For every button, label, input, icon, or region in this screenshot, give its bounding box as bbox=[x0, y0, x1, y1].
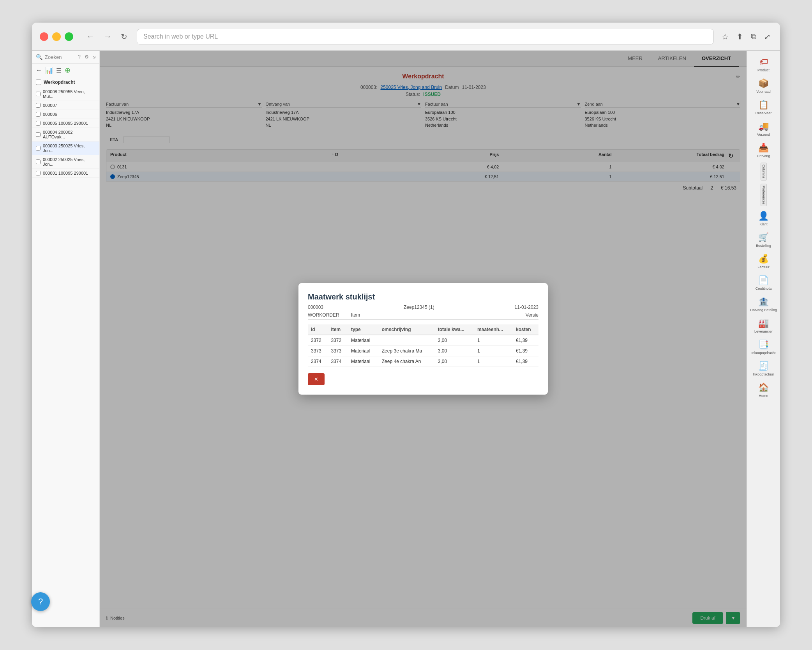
reload-button[interactable]: ↻ bbox=[118, 30, 131, 43]
sidebar-item-creditnota[interactable]: 📄 Creditnota bbox=[747, 272, 780, 294]
sidebar-item-leverancier[interactable]: 🏭 Leverancier bbox=[747, 315, 780, 337]
preferences-toggle[interactable]: Preferences bbox=[747, 182, 780, 208]
sidebar-item-klant[interactable]: 👤 Klant bbox=[747, 208, 780, 229]
item-checkbox[interactable] bbox=[36, 171, 41, 175]
chart-icon[interactable]: 📊 bbox=[45, 67, 53, 74]
version-label: Versie bbox=[526, 312, 538, 318]
modal-labels: WORKORDER Item Versie bbox=[308, 312, 538, 320]
sidebar-label-factuur: Factuur bbox=[757, 265, 770, 269]
sidebar-label-reserveer: Reserveer bbox=[756, 111, 772, 115]
forward-button[interactable]: → bbox=[101, 30, 115, 43]
col-maateenh-header: maateenh... bbox=[474, 324, 513, 335]
sidebar-item-verzend[interactable]: 🚚 Verzend bbox=[747, 118, 780, 140]
traffic-lights bbox=[40, 32, 73, 41]
maximize-traffic-light[interactable] bbox=[65, 32, 73, 41]
sidebar-label-ontvang-betaling: Ontvang Betaling bbox=[750, 308, 777, 312]
list-header-label: Werkopdracht bbox=[44, 80, 75, 85]
sidebar-label-voorraad: Voorraad bbox=[756, 90, 771, 94]
close-modal-button[interactable]: ✕ bbox=[308, 373, 325, 385]
list-item[interactable]: 000002 250025 Vries, Jon... bbox=[32, 155, 99, 169]
product-icon: 🏷 bbox=[759, 57, 768, 67]
list-header: Werkopdracht bbox=[32, 77, 99, 87]
sidebar-item-inkoopopdracht[interactable]: 📑 Inkoopopdracht bbox=[747, 337, 780, 358]
sidebar-label-home: Home bbox=[759, 394, 768, 398]
sidebar-item-reserveer[interactable]: 📋 Reserveer bbox=[747, 97, 780, 118]
list-item[interactable]: 000005 100095 290001 bbox=[32, 119, 99, 128]
sidebar-label-klant: Klant bbox=[759, 222, 768, 226]
list-item[interactable]: 000001 100095 290001 bbox=[32, 169, 99, 178]
modal-order-number: 000003 bbox=[308, 305, 323, 310]
share-button[interactable]: ⬆ bbox=[735, 30, 745, 43]
item-label: Item bbox=[351, 312, 360, 318]
list-item[interactable]: 000004 200002 AUTOvak... bbox=[32, 128, 99, 142]
close-traffic-light[interactable] bbox=[40, 32, 48, 41]
col-kosten-header: kosten bbox=[513, 324, 538, 335]
left-sidebar: 🔍 Zoeken ? ⚙ ⎋ ← 📊 ☰ ⊕ Werkopdracht bbox=[32, 51, 100, 627]
nav-buttons: ← → ↻ bbox=[83, 30, 131, 43]
back-nav-icon[interactable]: ← bbox=[36, 67, 42, 74]
item-checkbox[interactable] bbox=[36, 103, 41, 108]
sidebar-item-bestelling[interactable]: 🛒 Bestelling bbox=[747, 229, 780, 251]
cell-type: Materiaal bbox=[348, 356, 379, 367]
item-checkbox[interactable] bbox=[36, 92, 41, 96]
modal-overlay: Maatwerk stuklijst 000003 Zeep12345 (1) … bbox=[100, 51, 747, 627]
back-button[interactable]: ← bbox=[83, 30, 97, 43]
list-item[interactable]: 000003 250025 Vries, Jon... bbox=[32, 142, 99, 155]
cell-id: 3373 bbox=[308, 346, 328, 356]
sidebar-item-ontvang-betaling[interactable]: 🏦 Ontvang Betaling bbox=[747, 294, 780, 315]
list-item[interactable]: 000007 bbox=[32, 101, 99, 110]
inkoopopdracht-icon: 📑 bbox=[758, 340, 769, 350]
sidebar-label-inkoopopdracht: Inkoopopdracht bbox=[751, 351, 775, 355]
modal-footer: ✕ bbox=[308, 373, 538, 385]
workorder-label: WORKORDER bbox=[308, 312, 339, 318]
table-row[interactable]: 3372 3372 Materiaal 3,00 1 €1,39 bbox=[308, 335, 538, 346]
item-checkbox[interactable] bbox=[36, 132, 41, 137]
minimize-traffic-light[interactable] bbox=[52, 32, 61, 41]
list-icon[interactable]: ☰ bbox=[56, 67, 62, 74]
tab-button[interactable]: ⧉ bbox=[749, 30, 758, 43]
modal-date: 11-01-2023 bbox=[515, 305, 538, 310]
cell-maateenh: 1 bbox=[474, 335, 513, 346]
logout-icon[interactable]: ⎋ bbox=[93, 54, 95, 60]
list-item[interactable]: 000008 250955 Veen, Mul... bbox=[32, 87, 99, 101]
sidebar-item-ontvang[interactable]: 📥 Ontvang bbox=[747, 140, 780, 161]
table-row[interactable]: 3374 3374 Materiaal Zeep 4e chakra An 3,… bbox=[308, 356, 538, 367]
sidebar-item-voorraad[interactable]: 📦 Voorraad bbox=[747, 75, 780, 97]
fullscreen-button[interactable]: ⤢ bbox=[763, 30, 772, 43]
reserveer-icon: 📋 bbox=[758, 100, 769, 110]
bookmark-button[interactable]: ☆ bbox=[720, 30, 730, 43]
leverancier-icon: 🏭 bbox=[758, 318, 769, 328]
address-bar[interactable]: Search in web or type URL bbox=[137, 29, 714, 44]
sidebar-label-leverancier: Leverancier bbox=[754, 329, 773, 333]
voorraad-icon: 📦 bbox=[758, 78, 769, 89]
cell-omschrijving bbox=[379, 335, 435, 346]
select-all-checkbox[interactable] bbox=[36, 80, 41, 85]
list-item[interactable]: 000006 bbox=[32, 110, 99, 119]
ontvang-betaling-icon: 🏦 bbox=[758, 297, 769, 307]
top-nav: ← 📊 ☰ ⊕ bbox=[32, 64, 99, 77]
toolbar-actions: ☆ ⬆ ⧉ ⤢ bbox=[720, 30, 772, 43]
search-icon: 🔍 bbox=[36, 54, 42, 60]
sidebar-item-factuur[interactable]: 💰 Factuur bbox=[747, 251, 780, 272]
item-checkbox[interactable] bbox=[36, 121, 41, 126]
columns-toggle[interactable]: Columns bbox=[747, 161, 780, 182]
settings-icon-small[interactable]: ⚙ bbox=[85, 54, 89, 60]
creditnota-icon: 📄 bbox=[758, 275, 769, 285]
sidebar-item-product[interactable]: 🏷 Product bbox=[747, 54, 780, 75]
cell-totale: 3,00 bbox=[435, 356, 474, 367]
item-checkbox[interactable] bbox=[36, 159, 41, 164]
table-row[interactable]: 3373 3373 Materiaal Zeep 3e chakra Ma 3,… bbox=[308, 346, 538, 356]
help-icon-small[interactable]: ? bbox=[78, 54, 81, 60]
table-header-row: id item type omschrijving totale kwa... … bbox=[308, 324, 538, 335]
sidebar-item-home[interactable]: 🏠 Home bbox=[747, 379, 780, 401]
help-button[interactable]: ? bbox=[31, 592, 50, 611]
sidebar-label-creditnota: Creditnota bbox=[756, 287, 772, 290]
list-item-label: 000003 250025 Vries, Jon... bbox=[43, 143, 95, 153]
item-checkbox[interactable] bbox=[36, 112, 41, 117]
add-icon[interactable]: ⊕ bbox=[65, 66, 71, 74]
list-item-label: 000002 250025 Vries, Jon... bbox=[43, 157, 95, 166]
right-sidebar: 🏷 Product 📦 Voorraad 📋 Reserveer 🚚 Verze… bbox=[747, 51, 780, 627]
item-checkbox[interactable] bbox=[36, 146, 41, 151]
sidebar-item-inkoopfactuur[interactable]: 🧾 Inkoopfactuur bbox=[747, 358, 780, 379]
cell-type: Materiaal bbox=[348, 335, 379, 346]
